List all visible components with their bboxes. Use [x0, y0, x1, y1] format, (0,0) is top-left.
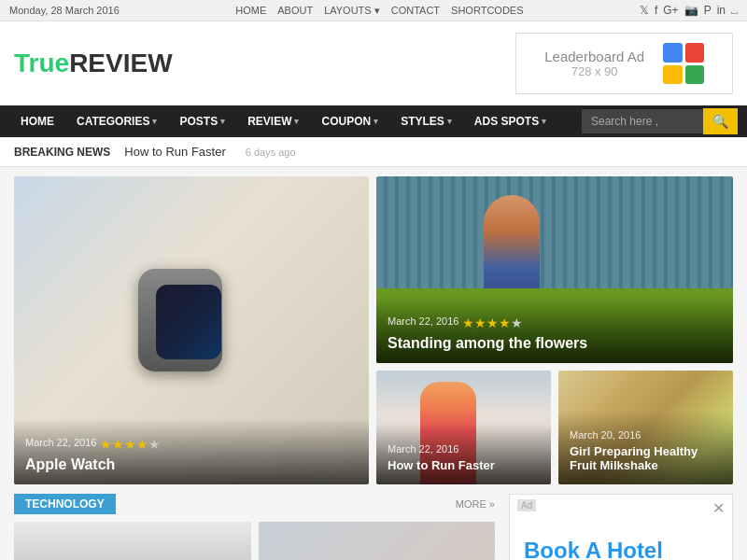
featured-article-runner[interactable]: March 22, 2016 How to Run Faster — [376, 371, 551, 484]
technology-label: TECHNOLOGY — [14, 494, 116, 514]
featured-right-section: March 22, 2016 ★★★★★ Standing among the … — [376, 176, 733, 484]
search-button[interactable]: 🔍 — [703, 108, 738, 134]
rss-icon[interactable]: ⎵ — [731, 4, 738, 17]
milkshake-title: Girl Preparing Healthy Fruit Milkshake — [570, 444, 722, 473]
nav-home[interactable]: HOME — [9, 105, 65, 137]
technology-header: TECHNOLOGY MORE » — [14, 494, 495, 514]
coupon-arrow: ▾ — [374, 117, 378, 126]
technology-articles: New MacBook Pro — [14, 522, 495, 560]
linkedin-icon[interactable]: in — [717, 4, 726, 17]
hotel-ad-section: ✕ Ad Book A Hotel Tonight — [509, 494, 733, 560]
twitter-icon[interactable]: 𝕏 — [640, 4, 649, 17]
pinterest-icon[interactable]: P — [704, 4, 712, 17]
flowers-stars: ★★★★★ — [462, 315, 523, 330]
runner-date: March 22, 2016 — [388, 443, 540, 455]
styles-arrow: ▾ — [447, 117, 452, 126]
google-plus-icon[interactable]: G+ — [663, 4, 678, 17]
flowers-date: March 22, 2016 — [388, 315, 458, 327]
leaderboard-ad: Leaderboard Ad 728 x 90 — [515, 33, 733, 94]
hotel-ad-title-line1: Book A Hotel — [524, 538, 718, 560]
main-nav: HOME CATEGORIES ▾ POSTS ▾ REVIEW ▾ COUPO… — [0, 105, 747, 137]
apple-watch-date: March 22, 2016 — [25, 437, 96, 448]
breaking-news-label: BREAKING NEWS — [14, 146, 110, 159]
ads-arrow: ▾ — [542, 117, 546, 126]
nav-coupon[interactable]: COUPON ▾ — [310, 105, 389, 137]
apple-watch-overlay: March 22, 2016 ★★★★★ Apple Watch — [14, 418, 369, 484]
apple-watch-title: Apple Watch — [25, 455, 358, 473]
search-form: 🔍 — [582, 108, 738, 134]
topnav-contact[interactable]: CONTACT — [391, 5, 440, 17]
facebook-icon[interactable]: f — [655, 4, 657, 17]
nav-ads-spots[interactable]: ADS SPOTS ▾ — [463, 105, 557, 137]
breaking-news-text[interactable]: How to Run Faster — [124, 145, 225, 159]
tech-article-2[interactable] — [259, 522, 496, 560]
top-bar-date: Monday, 28 March 2016 — [9, 5, 120, 16]
hotel-ad-close-button[interactable]: ✕ — [712, 499, 725, 517]
flowers-title: Standing among the flowers — [388, 334, 722, 352]
featured-section: March 22, 2016 ★★★★★ Apple Watch March 2… — [14, 176, 733, 484]
macbook-image — [14, 522, 251, 560]
nav-styles[interactable]: STYLES ▾ — [389, 105, 463, 137]
topnav-layouts[interactable]: LAYOUTS ▾ — [324, 5, 380, 17]
hotel-ad[interactable]: ✕ Ad Book A Hotel Tonight — [509, 494, 733, 560]
technology-section: TECHNOLOGY MORE » New MacBook Pro — [14, 494, 495, 560]
site-logo[interactable]: TrueREVIEW — [14, 49, 173, 78]
milkshake-overlay: March 20, 2016 Girl Preparing Healthy Fr… — [558, 411, 733, 484]
posts-arrow: ▾ — [220, 117, 225, 126]
apple-watch-stars: ★★★★★ — [100, 437, 161, 452]
apple-watch-rating-row: March 22, 2016 ★★★★★ — [25, 437, 358, 452]
logo-review: REVIEW — [69, 49, 172, 77]
featured-article-apple-watch[interactable]: March 22, 2016 ★★★★★ Apple Watch — [14, 176, 369, 484]
milkshake-date: March 20, 2016 — [570, 429, 722, 441]
topnav-shortcodes[interactable]: SHORTCODES — [451, 5, 523, 17]
ad-label: Ad — [517, 499, 536, 511]
technology-more-link[interactable]: MORE » — [456, 498, 495, 510]
nav-posts[interactable]: POSTS ▾ — [168, 105, 236, 137]
bottom-section: TECHNOLOGY MORE » New MacBook Pro ✕ Ad — [0, 494, 747, 560]
flowers-rating-row: March 22, 2016 ★★★★★ — [388, 315, 722, 330]
top-bar: Monday, 28 March 2016 HOME ABOUT LAYOUTS… — [0, 0, 747, 21]
tech-article-macbook[interactable]: New MacBook Pro — [14, 522, 251, 560]
breaking-news-time: 6 days ago — [246, 147, 296, 158]
ad-text-line1: Leaderboard Ad — [544, 49, 644, 64]
topnav-home[interactable]: HOME — [235, 5, 266, 17]
logo-true: True — [14, 49, 69, 77]
nav-review[interactable]: REVIEW ▾ — [236, 105, 310, 137]
instagram-icon[interactable]: 📷 — [684, 4, 698, 17]
runner-title: How to Run Faster — [388, 458, 540, 473]
main-content: March 22, 2016 ★★★★★ Apple Watch March 2… — [0, 167, 747, 494]
breaking-news-bar: BREAKING NEWS How to Run Faster 6 days a… — [0, 137, 747, 167]
runner-overlay: March 22, 2016 How to Run Faster — [376, 425, 551, 484]
tech-article-2-image — [259, 522, 496, 560]
search-input[interactable] — [582, 109, 703, 133]
site-header: TrueREVIEW Leaderboard Ad 728 x 90 — [0, 21, 747, 105]
top-bar-nav: HOME ABOUT LAYOUTS ▾ CONTACT SHORTCODES — [235, 5, 523, 17]
nav-categories[interactable]: CATEGORIES ▾ — [65, 105, 168, 137]
hotel-ad-wrapper: ✕ Ad Book A Hotel Tonight — [509, 494, 733, 560]
ad-text-line2: 728 x 90 — [544, 64, 644, 78]
flowers-overlay: March 22, 2016 ★★★★★ Standing among the … — [376, 297, 733, 363]
categories-arrow: ▾ — [152, 117, 157, 126]
social-icons: 𝕏 f G+ 📷 P in ⎵ — [640, 4, 738, 17]
ad-icon — [663, 43, 704, 84]
featured-article-milkshake[interactable]: March 20, 2016 Girl Preparing Healthy Fr… — [558, 371, 733, 484]
review-arrow: ▾ — [294, 117, 299, 126]
topnav-about[interactable]: ABOUT — [277, 5, 313, 17]
featured-article-flowers[interactable]: March 22, 2016 ★★★★★ Standing among the … — [376, 176, 733, 363]
featured-bottom-articles: March 22, 2016 How to Run Faster March 2… — [376, 371, 733, 484]
